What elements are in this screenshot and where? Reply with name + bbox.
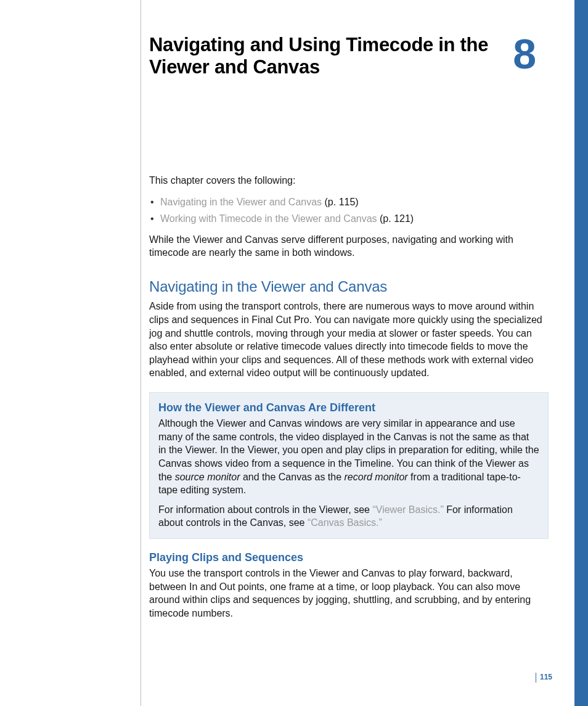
- text-run: For information about controls in the Vi…: [158, 504, 372, 515]
- toc-page-ref: (p. 115): [322, 197, 359, 207]
- italic-term: record monitor: [345, 472, 408, 482]
- text-run: and the Canvas as the: [240, 472, 345, 482]
- page-number-rule: [536, 673, 536, 683]
- cross-ref-link[interactable]: “Canvas Basics.”: [308, 517, 382, 528]
- intro-paragraph: While the Viewer and Canvas serve differ…: [149, 233, 549, 260]
- toc-page-ref: (p. 121): [377, 213, 414, 224]
- toc-list: Navigating in the Viewer and Canvas (p. …: [149, 195, 549, 226]
- chapter-header: Navigating and Using Timecode in the Vie…: [149, 34, 549, 78]
- toc-item: Navigating in the Viewer and Canvas (p. …: [149, 195, 549, 209]
- section-paragraph: You use the transport controls in the Vi…: [149, 567, 549, 620]
- section-paragraph: Aside from using the transport controls,…: [149, 300, 549, 380]
- toc-item: Working with Timecode in the Viewer and …: [149, 212, 549, 226]
- chapter-title: Navigating and Using Timecode in the Vie…: [149, 34, 549, 78]
- callout-paragraph: For information about controls in the Vi…: [158, 503, 539, 530]
- italic-term: source monitor: [175, 472, 240, 482]
- chapter-number: 8: [513, 30, 535, 78]
- section-heading-navigating: Navigating in the Viewer and Canvas: [149, 277, 549, 297]
- callout-paragraph: Although the Viewer and Canvas windows a…: [158, 417, 539, 497]
- page: Navigating and Using Timecode in the Vie…: [0, 0, 588, 706]
- content-area: Navigating and Using Timecode in the Vie…: [0, 0, 573, 706]
- callout-box: How the Viewer and Canvas Are Different …: [149, 392, 549, 539]
- callout-heading: How the Viewer and Canvas Are Different: [158, 400, 539, 415]
- page-number: 115: [540, 673, 552, 681]
- cross-ref-link[interactable]: “Viewer Basics.”: [372, 504, 443, 515]
- toc-link[interactable]: Navigating in the Viewer and Canvas: [160, 197, 322, 207]
- toc-link[interactable]: Working with Timecode in the Viewer and …: [160, 213, 377, 224]
- section-heading-playing: Playing Clips and Sequences: [149, 550, 549, 565]
- intro-covers-label: This chapter covers the following:: [149, 174, 549, 187]
- side-stripe: [574, 0, 588, 706]
- body-text: This chapter covers the following: Navig…: [149, 174, 549, 628]
